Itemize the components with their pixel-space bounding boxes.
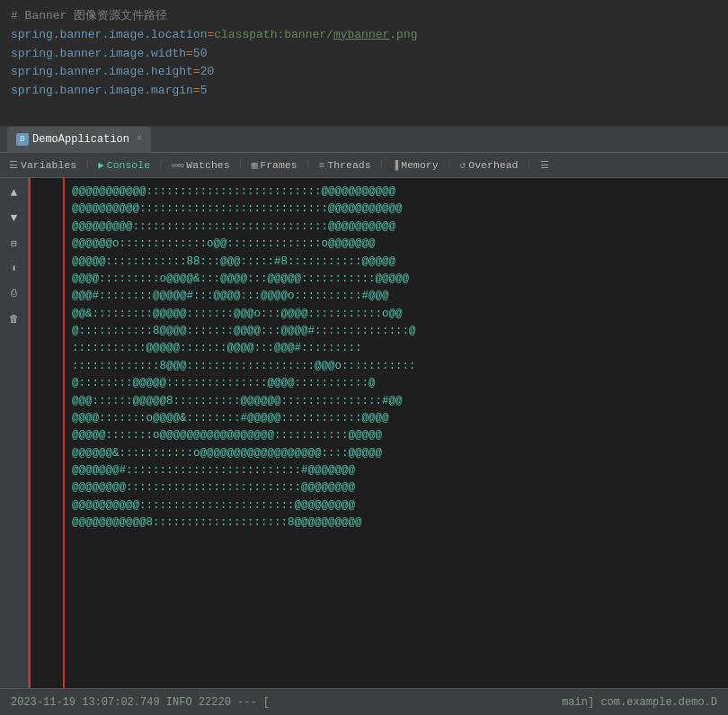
console-icon: ▶ bbox=[98, 159, 104, 171]
toolbar-threads-label: Threads bbox=[327, 159, 370, 171]
variables-icon: ☰ bbox=[9, 159, 18, 171]
print-button[interactable]: ⎙ bbox=[5, 284, 23, 302]
sep-6: | bbox=[446, 160, 453, 170]
toolbar-threads[interactable]: ≡ Threads bbox=[314, 157, 377, 173]
debug-toolbar: ☰ Variables | ▶ Console | ∞∞ Watches | ▦… bbox=[0, 153, 728, 178]
console-line-13: @@@::::::@@@@@8::::::::::@@@@@@:::::::::… bbox=[72, 393, 721, 410]
toolbar-more[interactable]: ☰ bbox=[535, 157, 555, 173]
status-class: main] com.example.demo.D bbox=[562, 696, 717, 709]
toolbar-frames-label: Frames bbox=[260, 159, 297, 171]
tab-label: DemoApplication bbox=[32, 133, 129, 146]
console-line-14: @@@@:::::::o@@@@&::::::::#@@@@@:::::::::… bbox=[72, 410, 721, 427]
console-container: ▲ ▼ ⊟ ⬇ ⎙ 🗑 @@@@@@@@@@@:::::::::::::::::… bbox=[0, 178, 728, 688]
console-line-5: @@@@@::::::::::::88:::@@@:::::#8::::::::… bbox=[72, 254, 721, 271]
sep-1: | bbox=[84, 160, 91, 170]
code-area: # Banner 图像资源文件路径 spring.banner.image.lo… bbox=[0, 0, 728, 126]
tab-close-button[interactable]: × bbox=[137, 134, 142, 144]
code-line-width: spring.banner.image.width=50 bbox=[11, 45, 717, 64]
toolbar-variables[interactable]: ☰ Variables bbox=[4, 157, 82, 173]
console-line-3: @@@@@@@@@:::::::::::::::::::::::::::::@@… bbox=[72, 219, 721, 236]
filter-button[interactable]: ⊟ bbox=[5, 234, 23, 252]
toolbar-variables-label: Variables bbox=[21, 159, 76, 171]
toolbar-watches[interactable]: ∞∞ Watches bbox=[166, 157, 235, 173]
toolbar-memory[interactable]: ▐ Memory bbox=[387, 157, 444, 173]
overhead-icon: ↺ bbox=[460, 159, 466, 171]
console-line-9: @:::::::::::8@@@@:::::::@@@@:::@@@@#::::… bbox=[72, 323, 721, 340]
console-line-17: @@@@@@@#::::::::::::::::::::::::::#@@@@@… bbox=[72, 462, 721, 479]
code-line-height: spring.banner.image.height=20 bbox=[11, 63, 717, 82]
breakpoint-area bbox=[29, 178, 65, 688]
console-line-18: @@@@@@@@::::::::::::::::::::::::::@@@@@@… bbox=[72, 479, 721, 496]
toolbar-console-label: Console bbox=[107, 159, 150, 171]
console-line-19: @@@@@@@@@@:::::::::::::::::::::::@@@@@@@… bbox=[72, 497, 721, 514]
console-line-6: @@@@:::::::::o@@@@&:::@@@@:::@@@@@::::::… bbox=[72, 271, 721, 288]
memory-icon: ▐ bbox=[393, 160, 399, 171]
delete-button[interactable]: 🗑 bbox=[5, 309, 23, 327]
code-line-margin: spring.banner.image.margin=5 bbox=[11, 82, 717, 101]
more-icon: ☰ bbox=[540, 159, 549, 171]
code-line-location: spring.banner.image.location=classpath:b… bbox=[11, 26, 717, 45]
console-line-10: :::::::::::@@@@@:::::::@@@@:::@@@#::::::… bbox=[72, 340, 721, 357]
threads-icon: ≡ bbox=[319, 160, 325, 171]
sep-3: | bbox=[237, 160, 244, 170]
tab-app-icon: D bbox=[16, 133, 29, 146]
console-line-7: @@@#::::::::@@@@@#:::@@@@:::@@@@o:::::::… bbox=[72, 288, 721, 305]
status-bar: 2023-11-19 13:07:02.749 INFO 22220 --- [… bbox=[0, 688, 728, 715]
watches-icon: ∞∞ bbox=[172, 160, 183, 171]
frames-icon: ▦ bbox=[252, 159, 258, 171]
console-line-2: @@@@@@@@@@::::::::::::::::::::::::::::@@… bbox=[72, 201, 721, 218]
left-sidebar: ▲ ▼ ⊟ ⬇ ⎙ 🗑 bbox=[0, 178, 29, 688]
scroll-down-button[interactable]: ▼ bbox=[5, 209, 23, 227]
console-line-1: @@@@@@@@@@@::::::::::::::::::::::::::@@@… bbox=[72, 183, 721, 201]
status-info: 2023-11-19 13:07:02.749 INFO 22220 --- [ bbox=[11, 696, 270, 709]
toolbar-frames[interactable]: ▦ Frames bbox=[246, 157, 303, 173]
code-line-comment: # Banner 图像资源文件路径 bbox=[11, 7, 717, 26]
toolbar-memory-label: Memory bbox=[401, 159, 438, 171]
tab-bar: D DemoApplication × bbox=[0, 126, 728, 153]
toolbar-overhead-label: Overhead bbox=[468, 159, 518, 171]
toolbar-console[interactable]: ▶ Console bbox=[93, 157, 155, 173]
console-line-16: @@@@@@&:::::::::::o@@@@@@@@@@@@@@@@@@:::… bbox=[72, 445, 721, 462]
toolbar-overhead[interactable]: ↺ Overhead bbox=[455, 157, 524, 173]
console-line-4: @@@@@@o:::::::::::::o@@::::::::::::::o@@… bbox=[72, 236, 721, 253]
console-line-15: @@@@@:::::::o@@@@@@@@@@@@@@@@@::::::::::… bbox=[72, 427, 721, 444]
console-line-8: @@&:::::::::@@@@@:::::::@@@o:::@@@@:::::… bbox=[72, 306, 721, 323]
toolbar-watches-label: Watches bbox=[186, 159, 229, 171]
console-line-20: @@@@@@@@@@@8::::::::::::::::::::8@@@@@@@… bbox=[72, 514, 721, 532]
import-button[interactable]: ⬇ bbox=[5, 259, 23, 277]
sep-2: | bbox=[157, 160, 164, 170]
sep-7: | bbox=[526, 160, 533, 170]
console-line-11: :::::::::::::8@@@:::::::::::::::::::@@@o… bbox=[72, 358, 721, 375]
sep-4: | bbox=[305, 160, 312, 170]
sep-5: | bbox=[378, 160, 386, 170]
scroll-up-button[interactable]: ▲ bbox=[5, 183, 23, 201]
console-line-12: @::::::::@@@@@:::::::::::::::@@@@:::::::… bbox=[72, 375, 721, 392]
tab-demo-application[interactable]: D DemoApplication × bbox=[7, 127, 151, 152]
console-output: @@@@@@@@@@@::::::::::::::::::::::::::@@@… bbox=[65, 178, 728, 688]
